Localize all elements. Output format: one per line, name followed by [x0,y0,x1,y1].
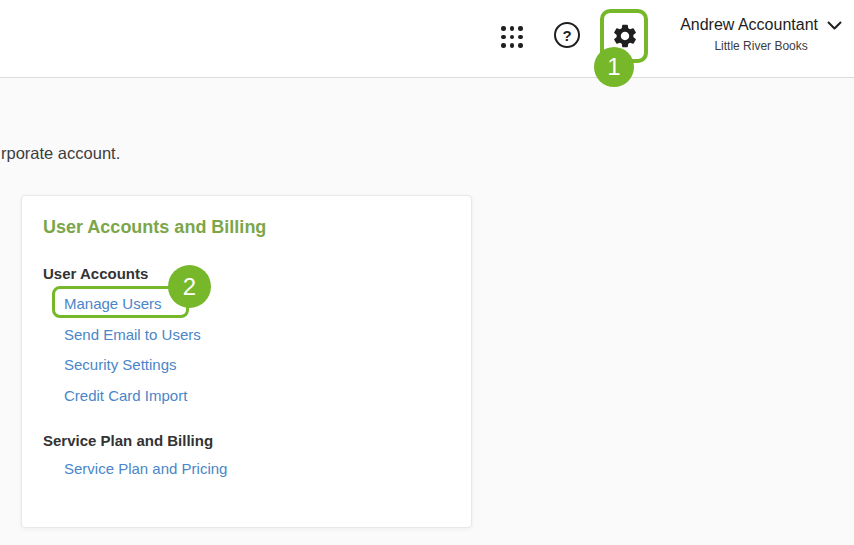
chevron-down-icon [827,21,842,30]
section-heading-service-plan-billing: Service Plan and Billing [43,432,213,449]
link-service-plan-and-pricing[interactable]: Service Plan and Pricing [64,460,227,477]
grid-dot [518,26,523,31]
grid-dot [501,43,506,48]
settings-gear-icon[interactable] [611,22,639,50]
intro-text-fragment: rporate account. [1,144,120,163]
top-header: ? Andrew Accountant Little River Books [0,0,854,78]
user-menu[interactable]: Andrew Accountant Little River Books [680,15,842,53]
grid-dot [518,35,523,40]
user-company: Little River Books [680,39,842,53]
grid-dot [501,35,506,40]
grid-dot [518,43,523,48]
help-icon[interactable]: ? [554,22,580,48]
user-accounts-billing-card: User Accounts and Billing User Accounts … [21,195,472,528]
card-title: User Accounts and Billing [43,217,266,238]
section-heading-user-accounts: User Accounts [43,265,148,282]
grid-dot [510,43,515,48]
link-security-settings[interactable]: Security Settings [64,356,177,373]
link-credit-card-import[interactable]: Credit Card Import [64,387,187,404]
grid-dot [510,26,515,31]
grid-dot [510,35,515,40]
gear-icon [611,22,639,50]
link-manage-users[interactable]: Manage Users [64,295,162,312]
grid-dot [501,26,506,31]
link-send-email-to-users[interactable]: Send Email to Users [64,326,201,343]
apps-grid-icon[interactable] [501,26,527,48]
user-name: Andrew Accountant [680,15,818,35]
